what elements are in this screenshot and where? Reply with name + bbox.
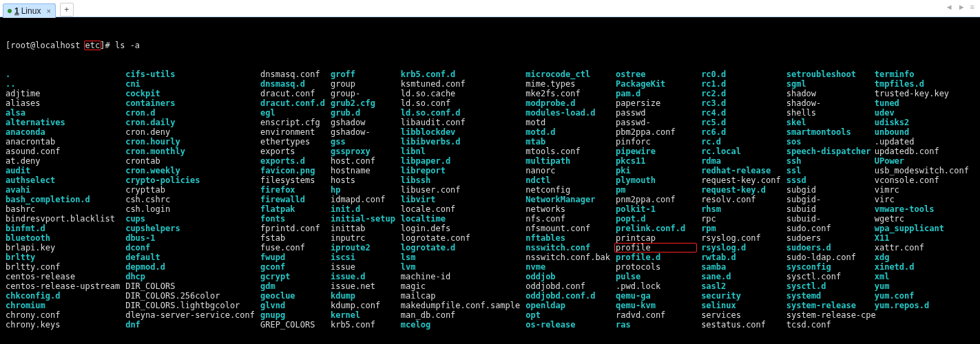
ls-entry: krb5.conf.d — [401, 69, 520, 79]
ls-entry: hosts — [331, 175, 395, 185]
ls-entry: sasl2 — [701, 281, 781, 291]
ls-entry: makedumpfile.conf.sample — [401, 301, 520, 310]
ls-entry: UPower — [875, 156, 969, 166]
ls-entry: papersize — [616, 98, 696, 108]
ls-entry: .updated — [875, 137, 969, 147]
ls-entry: qemu-kvm — [616, 301, 696, 310]
ls-entry: vmware-tools — [875, 204, 969, 214]
ls-entry: virc — [875, 195, 969, 204]
ls-entry: locale.conf — [401, 204, 520, 214]
ls-entry: rc2.d — [701, 89, 781, 98]
ls-entry: ssh — [786, 156, 869, 166]
ls-entry: geoclue — [260, 291, 325, 301]
ls-entry: cifs-utils — [125, 69, 255, 79]
ls-entry: vimrc — [875, 185, 969, 195]
ls-entry: gnupg — [260, 310, 325, 320]
ls-entry: default — [125, 252, 255, 262]
ls-entry: kdump.conf — [331, 301, 395, 310]
ls-entry: mailcap — [401, 291, 520, 301]
ls-entry: resolv.conf — [701, 195, 781, 204]
nav-menu-icon[interactable]: ≡ — [970, 3, 976, 11]
ls-entry: sysconfig — [786, 262, 869, 272]
close-icon[interactable]: × — [46, 7, 50, 15]
ls-entry: rc4.d — [701, 108, 781, 118]
ls-entry: gshadow — [331, 118, 395, 127]
ls-entry: PackageKit — [616, 79, 696, 89]
tab-linux[interactable]: 1 Linux × — [3, 3, 56, 18]
ls-entry: localtime — [401, 214, 520, 224]
ls-entry: nfs.conf — [525, 214, 610, 224]
ls-entry: anacrontab — [6, 137, 120, 147]
ls-entry: networks — [525, 204, 610, 214]
ls-entry: motd.d — [525, 127, 610, 137]
ls-entry: radvd.conf — [616, 310, 696, 320]
ls-entry: mime.types — [525, 79, 610, 89]
ls-column: ostreePackageKitpam.dpapersizepasswdpass… — [616, 69, 696, 330]
ls-entry: samba — [701, 262, 781, 272]
ls-entry: sudo.conf — [786, 224, 869, 233]
ls-entry: subuid- — [786, 214, 869, 224]
ls-entry: nsswitch.conf.bak — [525, 252, 610, 262]
tab-title: Linux — [21, 6, 41, 16]
nav-prev-icon[interactable]: ◄ — [946, 3, 955, 11]
ls-entry: trusted-key.key — [875, 89, 969, 98]
ls-entry: brltty — [6, 252, 120, 262]
ls-entry: xattr.conf — [875, 243, 969, 252]
nav-next-icon[interactable]: ► — [958, 3, 967, 11]
terminal-output[interactable]: [root@localhost etc]# ls -a ...adjtimeal… — [0, 17, 980, 344]
ls-entry: cron.daily — [125, 118, 255, 127]
ls-entry: X11 — [875, 233, 969, 243]
ls-entry: dracut.conf — [260, 89, 325, 98]
ls-entry: passwd — [616, 108, 696, 118]
ls-entry: cni — [125, 79, 255, 89]
ls-entry: modules-load.d — [525, 108, 610, 118]
ls-entry: pm — [616, 185, 696, 195]
ls-entry: pulse — [616, 272, 696, 281]
ls-entry: shadow- — [786, 98, 869, 108]
ls-entry: DIR_COLORS.256color — [125, 291, 255, 301]
ls-entry: brltty.conf — [6, 262, 120, 272]
ls-entry: exports.d — [260, 156, 325, 166]
ls-entry: ld.so.conf — [401, 98, 520, 108]
ls-entry: rsyslog.d — [701, 243, 781, 252]
ls-entry: redhat-release — [701, 166, 781, 175]
ls-entry: cron.d — [125, 108, 255, 118]
ls-entry: nfsmount.conf — [525, 224, 610, 233]
ls-entry: rhsm — [701, 204, 781, 214]
ls-entry: lsm — [401, 252, 520, 262]
ls-entry: openldap — [525, 301, 610, 310]
ls-entry: dhcp — [125, 272, 255, 281]
ls-entry: sgml — [786, 79, 869, 89]
ls-entry: DIR_COLORS.lightbgcolor — [125, 301, 255, 310]
ls-entry: libvirt — [401, 195, 520, 204]
ls-entry: grub.d — [331, 108, 395, 118]
ls-entry: anaconda — [6, 127, 120, 137]
ls-entry: favicon.png — [260, 166, 325, 175]
ls-entry: iscsi — [331, 252, 395, 262]
ls-entry: rdma — [701, 156, 781, 166]
ls-entry: NetworkManager — [525, 195, 610, 204]
status-dot-icon — [8, 9, 12, 13]
ls-entry: firewalld — [260, 195, 325, 204]
ls-entry: audit — [6, 166, 120, 175]
ls-column: dnsmasq.confdnsmasq.ddracut.confdracut.c… — [260, 69, 325, 330]
ls-entry: .pwd.lock — [616, 281, 696, 291]
ls-entry: issue — [331, 262, 395, 272]
ls-entry: init.d — [331, 204, 395, 214]
ls-entry: chkconfig.d — [6, 291, 120, 301]
ls-entry: iproute2 — [331, 243, 395, 252]
ls-entry: pnm2ppa.conf — [616, 195, 696, 204]
ls-entry: .. — [6, 79, 120, 89]
ls-entry: rwtab.d — [701, 252, 781, 262]
ls-entry: depmod.d — [125, 262, 255, 272]
ls-entry: dracut.conf.d — [260, 98, 325, 108]
ls-entry: wpa_supplicant — [875, 224, 969, 233]
new-tab-button[interactable]: + — [60, 3, 74, 17]
ls-entry: containers — [125, 98, 255, 108]
prompt-command: ls -a — [115, 41, 140, 50]
ls-entry: oddjobd.conf.d — [525, 291, 610, 301]
ls-entry: dnf — [125, 320, 255, 330]
ls-entry: bash_completion.d — [6, 195, 120, 204]
ls-entry: enscript.cfg — [260, 118, 325, 127]
ls-entry: host.conf — [331, 156, 395, 166]
